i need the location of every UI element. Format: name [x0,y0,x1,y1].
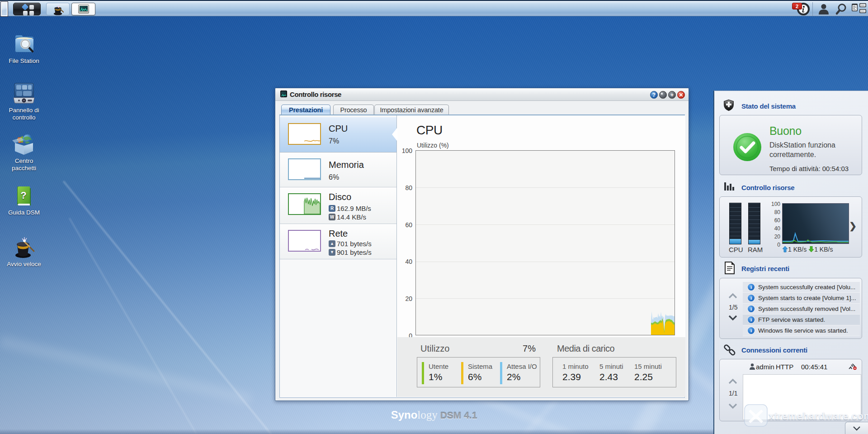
svg-text:?: ? [20,190,26,201]
